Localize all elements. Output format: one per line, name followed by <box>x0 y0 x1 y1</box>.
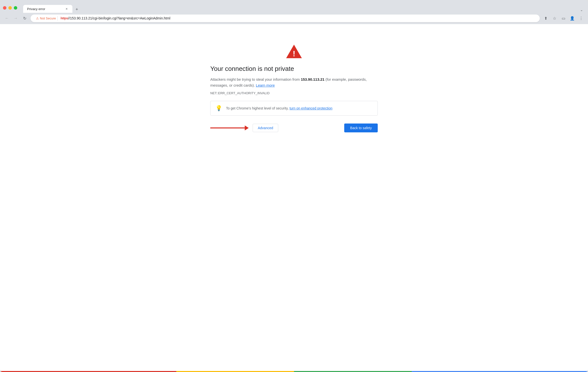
warning-icon: ⚠ <box>36 16 39 20</box>
nav-buttons: ← → ↻ <box>3 14 29 22</box>
not-secure-label: Not Secure <box>40 16 56 20</box>
download-button[interactable]: ⬆ <box>542 14 550 22</box>
reload-button[interactable]: ↻ <box>21 14 29 22</box>
tab-close-button[interactable]: ✕ <box>65 7 68 11</box>
page-content: ! Your connection is not private Attacke… <box>0 24 588 371</box>
security-tip-before: To get Chrome's highest level of securit… <box>226 106 290 110</box>
security-tip-text: To get Chrome's highest level of securit… <box>226 106 332 110</box>
description-before: Attackers might be trying to steal your … <box>210 77 301 81</box>
url-display: https//153.90.113.21/cgi-bin/login.cgi?l… <box>61 16 536 20</box>
window-controls <box>3 6 17 10</box>
active-tab[interactable]: Privacy error ✕ <box>23 5 72 13</box>
close-window-button[interactable] <box>3 6 6 10</box>
browser-frame: Privacy error ✕ + ⌄ ← → ↻ ⚠ Not Secure h… <box>0 0 588 372</box>
advanced-button[interactable]: Advanced <box>253 124 278 132</box>
address-bar-actions: ⬆ ☆ ▭ 👤 ⋮ <box>542 14 585 22</box>
error-description: Attackers might be trying to steal your … <box>210 77 378 88</box>
error-container: ! Your connection is not private Attacke… <box>210 34 378 361</box>
profile-button[interactable]: 👤 <box>568 14 576 22</box>
error-code: NET::ERR_CERT_AUTHORITY_INVALID <box>210 91 270 95</box>
enhanced-protection-link[interactable]: turn on enhanced protection <box>290 106 332 110</box>
address-bar[interactable]: ⚠ Not Secure https//153.90.113.21/cgi-bi… <box>31 15 540 22</box>
back-to-safety-button[interactable]: Back to safety <box>344 124 378 132</box>
forward-button[interactable]: → <box>12 14 20 22</box>
security-badge: ⚠ Not Secure <box>34 16 58 21</box>
learn-more-link[interactable]: Learn more <box>256 83 275 87</box>
url-rest: //153.90.113.21/cgi-bin/login.cgi?lang=e… <box>68 16 170 20</box>
title-bar: Privacy error ✕ + ⌄ <box>0 0 588 13</box>
address-bar-row: ← → ↻ ⚠ Not Secure https//153.90.113.21/… <box>0 13 588 24</box>
red-arrow-indicator <box>210 125 249 130</box>
tab-title: Privacy error <box>27 7 63 11</box>
menu-button[interactable]: ⋮ <box>577 14 585 22</box>
bookmark-button[interactable]: ☆ <box>551 14 558 22</box>
maximize-window-button[interactable] <box>14 6 17 10</box>
url-protocol: https <box>61 16 68 20</box>
arrow-head <box>245 125 249 130</box>
new-tab-button[interactable]: + <box>73 6 80 13</box>
security-tip-box: 💡 To get Chrome's highest level of secur… <box>210 101 378 116</box>
error-title: Your connection is not private <box>210 65 294 73</box>
sidebar-button[interactable]: ▭ <box>559 14 567 22</box>
tab-menu-button[interactable]: ⌄ <box>578 7 585 13</box>
ip-address: 153.90.113.21 <box>301 77 325 81</box>
left-actions: Advanced <box>210 124 278 132</box>
minimize-window-button[interactable] <box>8 6 12 10</box>
lightbulb-icon: 💡 <box>215 105 222 111</box>
back-button[interactable]: ← <box>3 14 11 22</box>
error-icon-area: ! <box>210 44 378 59</box>
bottom-bar <box>0 371 588 372</box>
arrow-shaft <box>210 127 245 128</box>
action-buttons: Advanced Back to safety <box>210 124 378 132</box>
svg-text:!: ! <box>293 49 295 58</box>
error-warning-icon: ! <box>285 44 303 59</box>
